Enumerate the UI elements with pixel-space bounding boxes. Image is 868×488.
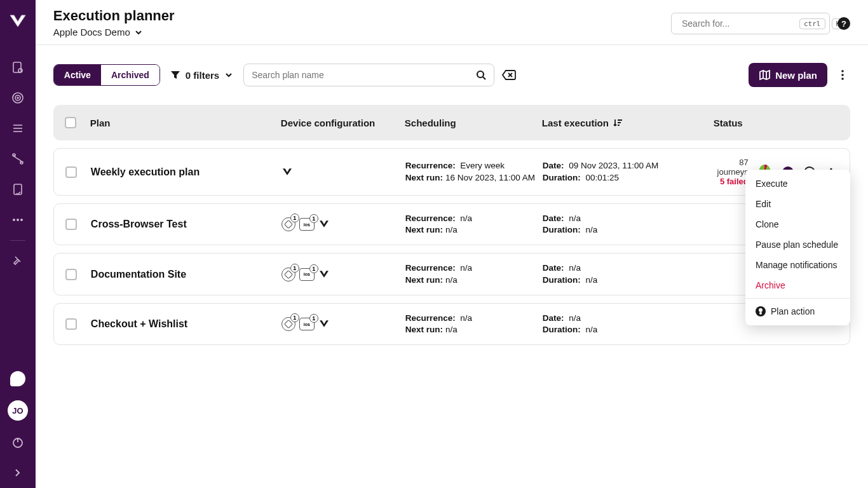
table-row[interactable]: Checkout + Wishlist 1 ios1 Recurrence: n…: [53, 303, 850, 345]
main-area: Execution planner Apple Docs Demo ctrl K…: [36, 0, 868, 488]
plan-name: Weekly execution plan: [91, 166, 281, 178]
ios-device-icon: ios1: [299, 268, 315, 281]
svg-point-12: [17, 219, 18, 221]
plan-search[interactable]: [243, 64, 494, 86]
toolbar: Active Archived 0 filters New plan: [53, 63, 850, 87]
svg-point-13: [20, 219, 22, 221]
svg-point-18: [477, 71, 484, 78]
search-icon: [476, 70, 486, 80]
col-scheduling: Scheduling: [405, 118, 542, 128]
more-vertical-icon: [837, 69, 848, 81]
ios-device-icon: ios1: [299, 318, 315, 330]
filters-label: 0 filters: [186, 70, 219, 81]
nav-item-2[interactable]: [5, 85, 31, 111]
topbar: Execution planner Apple Docs Demo ctrl K…: [36, 0, 868, 45]
chevron-down-icon: [224, 71, 233, 79]
chat-icon[interactable]: [5, 366, 31, 391]
v-logo-icon: [318, 220, 330, 229]
github-icon: [756, 306, 766, 316]
power-icon[interactable]: [5, 430, 31, 455]
scheduling-cell: Recurrence: Every week Next run: 16 Nov …: [405, 160, 543, 183]
new-plan-button[interactable]: New plan: [749, 63, 827, 87]
clear-search-button[interactable]: [502, 69, 516, 81]
map-icon: [759, 69, 770, 81]
toolbar-more-button[interactable]: [835, 64, 850, 86]
project-selector[interactable]: Apple Docs Demo: [53, 27, 175, 37]
nav-item-4[interactable]: [5, 146, 31, 172]
app-logo: [8, 11, 28, 32]
funnel-icon: [170, 70, 180, 80]
ios-device-icon: ios1: [299, 218, 315, 231]
plan-search-input[interactable]: [252, 70, 471, 80]
svg-point-22: [841, 70, 844, 72]
col-status: Status: [714, 118, 839, 128]
compass-icon: 1: [281, 317, 295, 331]
plan-name: Documentation Site: [91, 269, 281, 280]
tab-archived[interactable]: Archived: [101, 65, 159, 85]
project-name: Apple Docs Demo: [53, 27, 130, 37]
plan-name: Checkout + Wishlist: [91, 318, 281, 330]
row-checkbox[interactable]: [65, 269, 77, 280]
menu-pause[interactable]: Pause plan schedule: [745, 234, 850, 255]
nav-item-pin[interactable]: [5, 248, 31, 274]
nav-item-3[interactable]: [5, 116, 31, 141]
content: Active Archived 0 filters New plan: [36, 45, 868, 363]
compass-icon: 1: [281, 217, 295, 231]
row-checkbox[interactable]: [65, 219, 77, 230]
menu-execute[interactable]: Execute: [745, 173, 850, 194]
col-device: Device configuration: [281, 118, 405, 128]
menu-notify[interactable]: Manage notifications: [745, 255, 850, 275]
svg-rect-0: [13, 62, 21, 72]
col-last-execution[interactable]: Last execution: [542, 118, 714, 128]
device-config: 1 ios1: [281, 317, 405, 331]
backspace-icon: [502, 69, 516, 81]
svg-point-3: [15, 95, 20, 100]
row-checkbox[interactable]: [65, 318, 77, 330]
table-row[interactable]: Weekly execution plan Recurrence: Every …: [53, 148, 850, 196]
tab-group: Active Archived: [53, 64, 160, 86]
svg-rect-10: [14, 184, 22, 194]
device-config: 1 ios1: [281, 268, 405, 281]
user-avatar[interactable]: JO: [8, 400, 28, 421]
scheduling-cell: Recurrence: n/a Next run: n/a: [405, 213, 543, 236]
table-row[interactable]: Cross-Browser Test 1 ios1 Recurrence: n/…: [53, 203, 850, 245]
nav-item-1[interactable]: [5, 55, 31, 80]
menu-edit[interactable]: Edit: [745, 194, 850, 214]
filters-button[interactable]: 0 filters: [168, 66, 236, 85]
svg-line-19: [483, 77, 485, 79]
chevron-down-icon: [134, 28, 143, 37]
last-execution-cell: Date: n/a Duration: n/a: [543, 262, 714, 285]
kbd-ctrl: ctrl: [799, 18, 825, 29]
v-logo-icon: [281, 168, 293, 177]
row-checkbox[interactable]: [65, 166, 77, 178]
global-search-input[interactable]: [682, 18, 793, 29]
expand-icon[interactable]: [5, 460, 31, 485]
table-row[interactable]: Documentation Site 1 ios1 Recurrence: n/…: [53, 253, 850, 295]
table-header: Plan Device configuration Scheduling Las…: [53, 105, 850, 140]
new-plan-label: New plan: [775, 70, 817, 81]
svg-point-11: [13, 219, 15, 221]
menu-archive[interactable]: Archive: [745, 275, 850, 295]
tab-active[interactable]: Active: [54, 65, 101, 85]
row-context-menu: Execute Edit Clone Pause plan schedule M…: [745, 170, 850, 325]
v-logo-icon: [318, 270, 330, 279]
left-sidebar: JO: [0, 0, 36, 488]
svg-point-2: [13, 93, 23, 103]
svg-point-4: [17, 97, 18, 98]
nav-item-5[interactable]: [5, 177, 31, 202]
journeys-summary: 87 journeys 5 failed: [714, 158, 749, 186]
help-icon[interactable]: ?: [837, 17, 850, 30]
last-execution-cell: Date: 09 Nov 2023, 11:00 AM Duration: 00…: [543, 160, 714, 183]
menu-plan-action[interactable]: Plan action: [745, 301, 850, 322]
compass-icon: 1: [281, 268, 295, 281]
global-search[interactable]: ctrl K: [671, 13, 830, 34]
scheduling-cell: Recurrence: n/a Next run: n/a: [405, 313, 543, 336]
svg-point-23: [841, 74, 844, 76]
plan-name: Cross-Browser Test: [91, 219, 281, 230]
menu-clone[interactable]: Clone: [745, 214, 850, 234]
v-logo-icon: [318, 320, 330, 329]
nav-item-more[interactable]: [5, 207, 31, 233]
select-all-checkbox[interactable]: [65, 117, 76, 128]
device-config: [281, 168, 405, 177]
page-title: Execution planner: [53, 8, 175, 24]
